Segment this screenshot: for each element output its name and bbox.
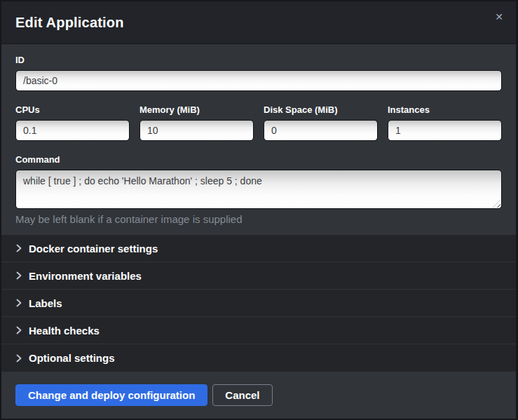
modal-header: Edit Application ✕: [1, 1, 516, 44]
collapsible-sections: Docker container settings Environment va…: [1, 235, 516, 372]
disk-field-group: Disk Space (MiB): [264, 104, 378, 141]
command-field-group: Command while [ true ] ; do echo 'Hello …: [15, 154, 502, 225]
section-label: Labels: [29, 297, 62, 309]
chevron-right-icon: [15, 354, 22, 363]
section-health-checks[interactable]: Health checks: [1, 317, 516, 344]
id-input[interactable]: [15, 70, 502, 91]
disk-input[interactable]: [264, 120, 378, 141]
id-field-group: ID: [15, 55, 502, 91]
edit-application-modal: Edit Application ✕ ID CPUs Memory (MiB) …: [0, 0, 518, 420]
change-and-deploy-button[interactable]: Change and deploy configuration: [15, 384, 207, 406]
id-label: ID: [15, 55, 502, 65]
cpus-label: CPUs: [15, 104, 130, 115]
memory-input[interactable]: [139, 120, 254, 141]
memory-field-group: Memory (MiB): [139, 104, 254, 141]
modal-footer: Change and deploy configuration Cancel: [1, 372, 516, 419]
page-title: Edit Application: [15, 15, 124, 31]
instances-label: Instances: [388, 104, 502, 115]
memory-label: Memory (MiB): [139, 104, 254, 115]
resources-row: CPUs Memory (MiB) Disk Space (MiB) Insta…: [15, 104, 502, 141]
chevron-right-icon: [15, 326, 22, 334]
section-label: Environment variables: [29, 270, 142, 282]
section-label: Health checks: [29, 325, 100, 337]
cpus-field-group: CPUs: [15, 104, 130, 141]
close-icon[interactable]: ✕: [493, 10, 505, 24]
section-optional-settings[interactable]: Optional settings: [1, 344, 516, 372]
instances-input[interactable]: [388, 120, 502, 141]
cancel-button[interactable]: Cancel: [212, 384, 272, 406]
command-label: Command: [15, 154, 502, 165]
edit-application-form: ID CPUs Memory (MiB) Disk Space (MiB) In…: [1, 44, 516, 235]
disk-label: Disk Space (MiB): [264, 104, 378, 115]
section-label: Docker container settings: [29, 243, 158, 255]
chevron-right-icon: [15, 271, 22, 280]
instances-field-group: Instances: [388, 104, 502, 141]
section-docker-container-settings[interactable]: Docker container settings: [1, 235, 516, 262]
command-help-text: May be left blank if a container image i…: [15, 213, 502, 225]
chevron-right-icon: [15, 299, 22, 307]
chevron-right-icon: [15, 244, 22, 252]
command-textarea[interactable]: while [ true ] ; do echo 'Hello Marathon…: [15, 170, 502, 209]
section-label: Optional settings: [29, 352, 115, 364]
section-labels[interactable]: Labels: [1, 290, 516, 317]
section-environment-variables[interactable]: Environment variables: [1, 262, 516, 290]
cpus-input[interactable]: [15, 120, 130, 141]
